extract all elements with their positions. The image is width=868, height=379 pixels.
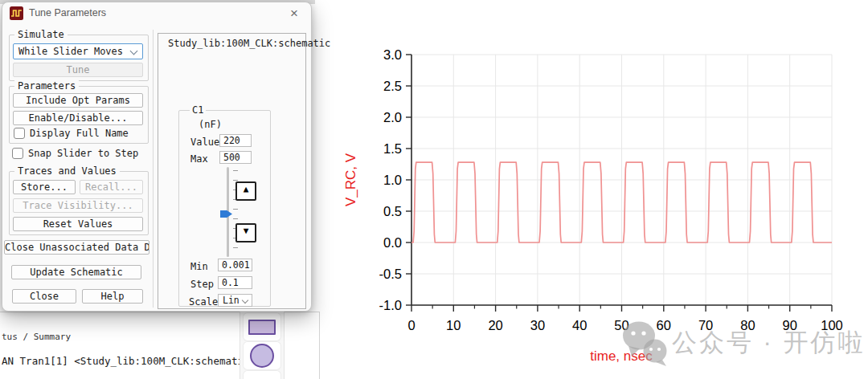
scale-select[interactable]: Lin	[218, 294, 252, 307]
tuner-c1-group: C1 (nF) Value Max ▲ ▼ Min Step	[178, 110, 271, 307]
scale-value: Lin	[223, 295, 240, 306]
circle-tool-button[interactable]	[244, 342, 280, 369]
checkbox-icon	[14, 128, 25, 139]
scale-label: Scale	[189, 296, 218, 308]
min-label: Min	[190, 261, 208, 272]
chevron-down-icon	[242, 297, 248, 304]
slider-up-button[interactable]: ▲	[235, 181, 256, 201]
up-arrow-icon: ▲	[244, 184, 249, 194]
include-opt-params-button[interactable]: Include Opt Params	[13, 93, 143, 108]
y-tick-label: 3.0	[365, 47, 402, 63]
x-tick-label: 0	[407, 318, 415, 333]
slider-down-button[interactable]: ▼	[235, 223, 256, 242]
screen: -1.0-0.50.00.51.01.52.02.53.001020304050…	[0, 0, 868, 379]
y-tick-label: 0.0	[365, 235, 402, 251]
x-tick-label: 20	[488, 318, 502, 333]
display-full-name-checkbox[interactable]: Display Full Name	[14, 128, 129, 139]
close-icon[interactable]: ×	[285, 5, 303, 22]
y-axis-title: V_RC, V	[343, 153, 359, 206]
snap-slider-label: Snap Slider to Step	[28, 148, 138, 159]
y-tick-label: 2.0	[365, 110, 402, 125]
x-tick-label: 30	[530, 318, 545, 333]
min-input[interactable]	[218, 259, 252, 271]
rectangle-tool-button[interactable]	[244, 313, 280, 340]
parameters-group-label: Parameters	[14, 80, 79, 92]
max-label: Max	[190, 153, 208, 165]
store-button[interactable]: Store...	[13, 180, 76, 194]
x-tick-label: 50	[614, 318, 628, 333]
x-axis-title: time, nsec	[590, 348, 652, 365]
x-tick-label: 40	[572, 318, 587, 333]
traces-and-values-group: Traces and Values Store... Recall... Tra…	[9, 171, 149, 235]
step-input[interactable]	[218, 276, 252, 289]
tuner-unit-label: (nF)	[199, 119, 222, 130]
close-unassociated-button[interactable]: Close Unassociated Data Displays	[4, 240, 149, 255]
tune-button[interactable]: Tune	[13, 63, 143, 77]
rectangle-icon	[248, 320, 276, 335]
x-tick-label: 10	[446, 318, 461, 333]
shape-palette	[240, 312, 285, 379]
simulate-mode-value: While Slider Moves	[18, 46, 123, 57]
panel-separator	[153, 30, 154, 308]
display-full-name-label: Display Full Name	[30, 128, 129, 139]
parameters-group: Parameters Include Opt Params Enable/Dis…	[9, 86, 149, 144]
tune-parameters-dialog: Tune Parameters × Simulate While Slider …	[2, 2, 312, 312]
y-tick-label: 1.5	[365, 141, 402, 157]
y-tick-label: -0.5	[365, 267, 402, 282]
close-button[interactable]: Close	[12, 289, 76, 304]
schematic-path-label[interactable]: Study_lib:100M_CLK:schematic	[168, 38, 330, 49]
simulate-mode-select[interactable]: While Slider Moves	[13, 43, 143, 59]
y-tick-label: 2.5	[365, 79, 402, 94]
value-input[interactable]	[219, 134, 252, 147]
value-label: Value	[190, 137, 219, 148]
update-schematic-button[interactable]: Update Schematic	[11, 265, 141, 279]
simulate-group-label: Simulate	[14, 29, 68, 40]
x-tick-label: 80	[740, 318, 755, 333]
circle-icon	[250, 344, 274, 368]
simulation-log-line: AN Tran1[1] <Study_lib:100M_CLK:schemati…	[2, 355, 280, 367]
tune-app-icon	[10, 6, 23, 20]
x-tick-label: 60	[657, 318, 671, 333]
trace-visibility-button[interactable]: Trace Visibility...	[13, 198, 143, 213]
x-tick-label: 100	[821, 318, 843, 333]
dialog-titlebar[interactable]: Tune Parameters ×	[2, 2, 311, 23]
down-arrow-icon: ▼	[244, 226, 249, 236]
dialog-title: Tune Parameters	[29, 7, 106, 18]
x-tick-label: 90	[783, 318, 797, 333]
tuner-name-label: C1	[190, 104, 206, 116]
max-input[interactable]	[219, 151, 252, 164]
triangle-tool-button[interactable]	[244, 371, 280, 379]
x-tick-label: 70	[698, 318, 713, 333]
checkbox-icon	[12, 148, 23, 159]
tune-slider-handle[interactable]	[220, 210, 232, 218]
enable-disable-button[interactable]: Enable/Disable...	[13, 111, 143, 125]
simulate-group: Simulate While Slider Moves Tune	[9, 35, 149, 81]
y-tick-label: 1.0	[365, 173, 402, 188]
step-label: Step	[190, 279, 214, 290]
snap-slider-to-step-checkbox[interactable]: Snap Slider to Step	[12, 148, 138, 159]
y-tick-label: -1.0	[365, 298, 402, 313]
reset-values-button[interactable]: Reset Values	[13, 217, 143, 231]
status-tab-label[interactable]: tus / Summary	[2, 332, 71, 342]
chevron-down-icon	[130, 47, 138, 55]
tune-controls-panel: Study_lib:100M_CLK:schematic C1 (nF) Val…	[158, 33, 306, 309]
y-tick-label: 0.5	[365, 204, 402, 219]
recall-button[interactable]: Recall...	[80, 180, 143, 194]
traces-group-label: Traces and Values	[14, 165, 120, 177]
help-button[interactable]: Help	[82, 289, 143, 304]
